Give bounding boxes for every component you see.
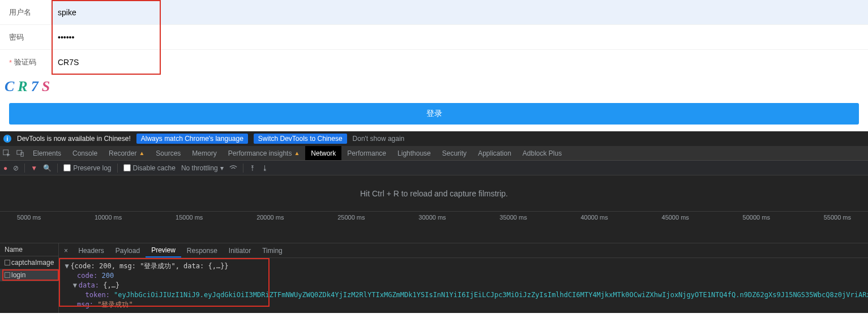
request-detail: × Headers Payload Preview Response Initi… <box>59 243 868 313</box>
close-icon[interactable]: × <box>59 247 72 255</box>
disable-cache-checkbox[interactable]: Disable cache <box>123 164 176 172</box>
tab-elements[interactable]: Elements <box>27 146 67 160</box>
device-toggle-icon[interactable] <box>14 149 27 157</box>
request-captchaimage[interactable]: captchaImage <box>0 256 58 269</box>
flask-icon: ▲ <box>139 150 144 156</box>
tab-memory[interactable]: Memory <box>186 146 222 160</box>
filter-icon[interactable]: ▼ <box>31 164 37 172</box>
devtools-locale-banner: i DevTools is now available in Chinese! … <box>0 131 868 146</box>
detail-tab-initiator[interactable]: Initiator <box>223 243 256 258</box>
tab-performance-insights[interactable]: Performance insights▲ <box>223 146 306 160</box>
row-captcha: *验证码 <box>0 50 868 75</box>
devtools-panel: i DevTools is now available in Chinese! … <box>0 131 868 313</box>
search-icon[interactable]: 🔍 <box>43 164 52 172</box>
login-button[interactable]: 登录 <box>9 103 859 125</box>
captcha-image[interactable]: CR7S <box>0 75 868 98</box>
password-input[interactable] <box>58 33 861 42</box>
detail-tabs: × Headers Payload Preview Response Initi… <box>59 243 868 258</box>
wifi-icon[interactable] <box>229 165 237 171</box>
clear-icon[interactable]: ⊘ <box>13 164 19 172</box>
inspect-icon[interactable] <box>0 149 14 157</box>
tab-recorder[interactable]: Recorder▲ <box>103 146 150 160</box>
detail-tab-headers[interactable]: Headers <box>72 243 109 258</box>
devtools-main-tabs: Elements Console Recorder▲ Sources Memor… <box>0 146 868 161</box>
row-password: 密码 <box>0 25 868 50</box>
network-timeline[interactable]: 5000 ms 10000 ms 15000 ms 20000 ms 25000… <box>0 212 868 243</box>
banner-message: DevTools is now available in Chinese! <box>17 135 131 143</box>
preserve-log-checkbox[interactable]: Preserve log <box>63 164 111 172</box>
request-list-header[interactable]: Name <box>0 243 58 256</box>
row-username: 用户名 <box>0 0 868 25</box>
banner-always-match-button[interactable]: Always match Chrome's language <box>136 134 248 144</box>
preview-json[interactable]: ▼{code: 200, msg: "登录成功", data: {,…}} co… <box>59 258 868 313</box>
request-list: Name captchaImage login <box>0 243 59 313</box>
tab-sources[interactable]: Sources <box>150 146 186 160</box>
login-form: 用户名 密码 *验证码 <box>0 0 868 75</box>
detail-tab-payload[interactable]: Payload <box>110 243 146 258</box>
timeline-ticks: 5000 ms 10000 ms 15000 ms 20000 ms 25000… <box>0 212 868 221</box>
export-icon[interactable]: ⭳ <box>262 164 268 172</box>
banner-switch-chinese-button[interactable]: Switch DevTools to Chinese <box>254 134 347 144</box>
captcha-input[interactable] <box>58 58 861 67</box>
tab-security[interactable]: Security <box>437 146 472 160</box>
throttling-select[interactable]: No throttling▾ <box>181 164 224 172</box>
filmstrip-hint: Hit Ctrl + R to reload and capture films… <box>0 175 868 212</box>
record-icon[interactable]: ● <box>3 164 7 172</box>
tab-performance[interactable]: Performance <box>341 146 392 160</box>
username-input[interactable] <box>58 8 861 17</box>
username-label: 用户名 <box>0 7 51 18</box>
info-icon: i <box>3 135 11 143</box>
detail-tab-response[interactable]: Response <box>181 243 223 258</box>
captcha-label: *验证码 <box>0 57 51 67</box>
detail-tab-preview[interactable]: Preview <box>146 243 181 258</box>
password-label: 密码 <box>0 32 51 42</box>
tab-lighthouse[interactable]: Lighthouse <box>392 146 437 160</box>
tab-application[interactable]: Application <box>472 146 517 160</box>
tab-adblock-plus[interactable]: Adblock Plus <box>517 146 567 160</box>
tab-network[interactable]: Network <box>305 146 341 160</box>
tab-console[interactable]: Console <box>67 146 103 160</box>
import-icon[interactable]: ⭱ <box>249 164 256 172</box>
detail-tab-timing[interactable]: Timing <box>256 243 288 258</box>
flask-icon: ▲ <box>294 150 300 156</box>
request-login[interactable]: login <box>0 269 58 281</box>
network-toolbar: ● ⊘ ▼ 🔍 Preserve log Disable cache No th… <box>0 161 868 175</box>
banner-dont-show-link[interactable]: Don't show again <box>353 135 405 143</box>
